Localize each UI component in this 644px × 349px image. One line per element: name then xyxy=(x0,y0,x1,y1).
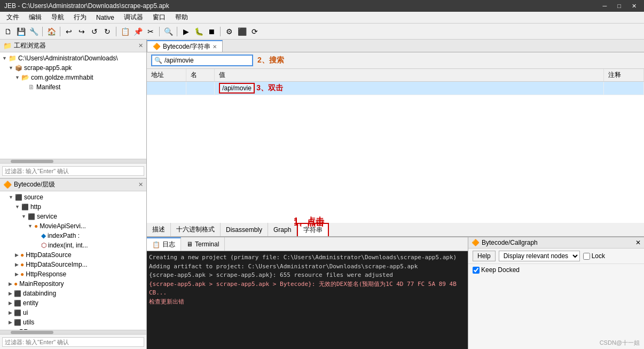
menu-window[interactable]: 窗口 xyxy=(148,12,170,23)
tree-movieapi[interactable]: ▼ ● MovieApiServi... xyxy=(0,221,146,231)
tree-mainrepo[interactable]: ▶ ● MainRepository xyxy=(0,279,146,289)
expand-icon: ▶ xyxy=(9,310,12,315)
source-icon2: ⬛ xyxy=(21,204,29,211)
menu-edit[interactable]: 编辑 xyxy=(25,12,46,23)
tb-search[interactable]: 🔍 xyxy=(162,26,174,37)
menu-debugger[interactable]: 调试器 xyxy=(120,12,147,23)
tree-downloads-folder[interactable]: ▼ 📁 C:\Users\Administrator\Downloads\ xyxy=(0,53,146,63)
tb-sep4 xyxy=(159,27,160,36)
tab-terminal[interactable]: 🖥 Terminal xyxy=(181,237,225,251)
log-icon: 📋 xyxy=(152,241,160,249)
tree-entity[interactable]: ▶ ⬛ entity xyxy=(0,298,146,308)
tb-paste[interactable]: 📌 xyxy=(132,26,144,37)
menu-file[interactable]: 文件 xyxy=(2,12,23,23)
source-icon3: ⬛ xyxy=(28,213,35,220)
class-icon4: ● xyxy=(20,270,24,278)
display-select[interactable]: Display relevant nodes xyxy=(499,251,580,261)
expand-icon: ▼ xyxy=(15,75,20,80)
title-bar: JEB - C:\Users\Administrator\Downloads\s… xyxy=(0,0,644,12)
tb-stop[interactable]: ⏹ xyxy=(206,26,217,37)
project-scrollbar-h[interactable] xyxy=(0,159,146,163)
keep-docked-label: Keep Docked xyxy=(473,266,640,274)
help-button[interactable]: Help xyxy=(473,251,496,261)
tree-index-method[interactable]: ⬡ index(int, int... xyxy=(0,241,146,250)
tb-undo[interactable]: ↺ xyxy=(89,26,100,37)
search-bar: 🔍 2、搜索 xyxy=(147,52,644,69)
hierarchy-filter-input[interactable] xyxy=(2,337,144,347)
search-input[interactable] xyxy=(164,57,250,64)
tb-home[interactable]: 🏠 xyxy=(45,26,57,37)
project-browser-close[interactable]: ✕ xyxy=(138,42,143,49)
main-layout: 📁 工程浏览器 ✕ ▼ 📁 C:\Users\Administrator\Dow… xyxy=(0,40,644,349)
tree-databinding[interactable]: ▶ ⬛ databinding xyxy=(0,289,146,298)
tb-save[interactable]: 💾 xyxy=(15,26,27,37)
btab-hex[interactable]: 十六进制格式 xyxy=(171,223,221,236)
tree-httpresponse[interactable]: ▶ ● HttpResponse xyxy=(0,269,146,279)
tree-manifest[interactable]: 🗎 Manifest xyxy=(0,82,146,92)
tb-sep3 xyxy=(116,27,116,36)
col-name: 名 xyxy=(186,69,215,82)
menu-action[interactable]: 行为 xyxy=(69,12,91,23)
tree-indexpath[interactable]: ◆ indexPath : xyxy=(0,231,146,241)
bytecode-icon2: 🔶 xyxy=(472,239,480,246)
tb-misc2[interactable]: ⬛ xyxy=(236,26,248,37)
bytecode-content: 🔍 2、搜索 地址 名 值 注释 xyxy=(147,52,644,237)
hierarchy-scrollbar-h[interactable] xyxy=(0,330,146,334)
col-value: 值 xyxy=(215,69,604,82)
tb-cut[interactable]: ✂ xyxy=(145,26,156,37)
tab-log[interactable]: 📋 日志 xyxy=(147,237,181,251)
tb-back[interactable]: ↩ xyxy=(63,26,75,37)
btab-desc[interactable]: 描述 xyxy=(147,223,171,236)
tb-run[interactable]: ▶ xyxy=(180,26,192,37)
tree-pkg[interactable]: ▼ 📂 com.goldze.mvmhabit xyxy=(0,73,146,82)
minimize-button[interactable]: ─ xyxy=(600,3,610,10)
tab-close-icon[interactable]: ✕ xyxy=(213,44,217,50)
lock-checkbox[interactable] xyxy=(583,253,590,260)
hierarchy-title: Bytecode/层级 xyxy=(14,180,55,189)
tree-utils[interactable]: ▶ ⬛ utils xyxy=(0,317,146,327)
tree-httpdatasourceimp[interactable]: ▶ ● HttpDataSourceImp... xyxy=(0,260,146,269)
tree-http[interactable]: ▼ ⬛ http xyxy=(0,202,146,212)
tb-settings[interactable]: 🔧 xyxy=(28,26,40,37)
tb-misc3[interactable]: ⟳ xyxy=(249,26,261,37)
hierarchy-close[interactable]: ✕ xyxy=(138,181,143,188)
project-filter-input[interactable] xyxy=(2,166,144,176)
log-panel: Creating a new project (primary file: C:… xyxy=(147,251,468,349)
callgraph-toolbar: Help Display relevant nodes Lock xyxy=(468,249,644,264)
callgraph-close[interactable]: ✕ xyxy=(635,239,641,246)
maximize-button[interactable]: □ xyxy=(614,3,624,10)
tree-apk[interactable]: ▼ 📦 scrape-app5.apk xyxy=(0,63,146,73)
menu-help[interactable]: 帮助 xyxy=(171,12,192,23)
tree-service[interactable]: ▼ ⬛ service xyxy=(0,212,146,221)
tree-label: entity xyxy=(23,299,38,307)
col-comment: 注释 xyxy=(604,69,644,82)
tree-label: indexPath : xyxy=(48,232,80,239)
project-tree: ▼ 📁 C:\Users\Administrator\Downloads\ ▼ … xyxy=(0,52,146,159)
expand-icon: ▼ xyxy=(15,204,20,210)
btab-graph[interactable]: Graph xyxy=(268,223,297,236)
tree-source[interactable]: ▼ ⬛ source xyxy=(0,192,146,202)
tb-misc1[interactable]: ⚙ xyxy=(223,26,235,37)
btab-disasm[interactable]: Disassembly xyxy=(221,223,268,236)
callgraph-title: Bytecode/Callgraph xyxy=(482,239,538,246)
tab-icon: 🔶 xyxy=(153,43,161,50)
hierarchy-tree: ▼ ⬛ source ▼ ⬛ http ▼ ⬛ service ▼ ● xyxy=(0,191,146,330)
menu-bar: 文件 编辑 导航 行为 Native 调试器 窗口 帮助 xyxy=(0,12,644,24)
menu-native[interactable]: Native xyxy=(92,13,119,22)
keep-docked-checkbox[interactable] xyxy=(473,267,480,274)
menu-navigate[interactable]: 导航 xyxy=(47,12,68,23)
tb-forward[interactable]: ↪ xyxy=(76,26,88,37)
tb-new[interactable]: 🗋 xyxy=(2,26,14,37)
folder-icon2: ⬛ xyxy=(14,290,21,297)
tb-debug[interactable]: 🐛 xyxy=(193,26,205,37)
table-row[interactable]: /api/movie 3、双击 xyxy=(147,82,644,95)
right-area: 🔶 Bytecode/字符串 ✕ 🔍 2、搜索 地址 xyxy=(147,40,644,349)
expand-icon: ▶ xyxy=(9,281,12,286)
tb-copy[interactable]: 📋 xyxy=(119,26,131,37)
tree-httpdatasource[interactable]: ▶ ● HttpDataSource xyxy=(0,250,146,260)
close-button[interactable]: ✕ xyxy=(629,3,640,10)
tree-ui[interactable]: ▶ ⬛ ui xyxy=(0,308,146,317)
tb-redo[interactable]: ↻ xyxy=(101,26,113,37)
cell-name xyxy=(186,82,215,95)
tab-bytecode-string[interactable]: 🔶 Bytecode/字符串 ✕ xyxy=(147,40,223,52)
